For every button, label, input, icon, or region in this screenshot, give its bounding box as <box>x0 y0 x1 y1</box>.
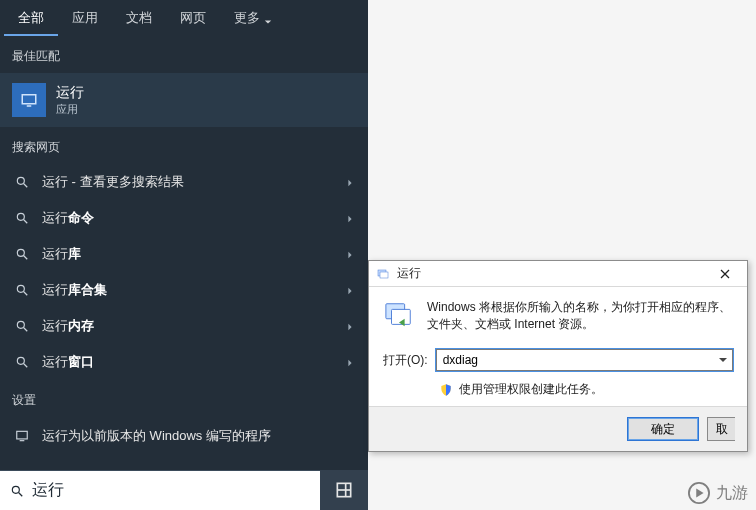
chevron-right-icon <box>346 281 356 299</box>
svg-rect-0 <box>22 95 36 104</box>
svg-point-8 <box>17 285 24 292</box>
best-match-name: 运行 <box>56 84 84 102</box>
best-match-item[interactable]: 运行 应用 <box>0 73 368 127</box>
open-combobox[interactable] <box>436 349 733 371</box>
svg-rect-14 <box>17 431 28 439</box>
chevron-down-icon[interactable] <box>717 354 729 366</box>
watermark-logo-icon <box>688 482 710 504</box>
ime-button[interactable] <box>320 470 368 510</box>
filter-tabs: 全部 应用 文档 网页 更多 <box>0 0 368 36</box>
svg-line-13 <box>24 364 28 368</box>
chevron-right-icon <box>346 245 356 263</box>
ok-button[interactable]: 确定 <box>627 417 699 441</box>
search-icon <box>12 175 32 189</box>
web-result-item[interactable]: 运行 - 查看更多搜索结果 <box>0 164 368 200</box>
search-icon <box>10 484 24 498</box>
dialog-title: 运行 <box>397 265 705 282</box>
chevron-right-icon <box>346 353 356 371</box>
troubleshoot-icon <box>12 429 32 443</box>
web-result-item[interactable]: 运行命令 <box>0 200 368 236</box>
svg-rect-22 <box>380 272 388 278</box>
svg-point-2 <box>17 177 24 184</box>
close-button[interactable] <box>705 261 745 287</box>
open-input[interactable] <box>436 349 733 371</box>
search-icon <box>12 319 32 333</box>
tab-more[interactable]: 更多 <box>220 0 286 36</box>
tab-apps[interactable]: 应用 <box>58 0 112 36</box>
svg-point-10 <box>17 321 24 328</box>
settings-header: 设置 <box>0 380 368 417</box>
svg-line-7 <box>24 256 28 260</box>
best-match-header: 最佳匹配 <box>0 36 368 73</box>
web-result-item[interactable]: 运行库 <box>0 236 368 272</box>
admin-note: 使用管理权限创建此任务。 <box>459 381 603 398</box>
run-big-icon <box>383 299 415 331</box>
svg-rect-1 <box>27 105 32 107</box>
shield-icon <box>439 383 453 397</box>
web-results-list: 运行 - 查看更多搜索结果 运行命令 运行库 运行库合集 运行内存 运行窗口 <box>0 164 368 380</box>
chevron-down-icon <box>264 14 272 22</box>
search-icon <box>12 355 32 369</box>
tab-more-label: 更多 <box>234 9 260 27</box>
search-input[interactable] <box>32 482 310 500</box>
run-dialog: 运行 Windows 将根据你所输入的名称，为你打开相应的程序、文件夹、文档或 … <box>368 260 748 452</box>
svg-line-5 <box>24 220 28 224</box>
watermark: 九游 <box>688 482 748 504</box>
cancel-button-partial[interactable]: 取 <box>707 417 735 441</box>
search-icon <box>12 247 32 261</box>
settings-item[interactable]: 运行为以前版本的 Windows 编写的程序 <box>0 417 368 459</box>
chevron-right-icon <box>346 173 356 191</box>
svg-rect-15 <box>20 440 25 441</box>
watermark-text: 九游 <box>716 483 748 504</box>
chevron-right-icon <box>346 209 356 227</box>
chevron-right-icon <box>346 317 356 335</box>
svg-line-9 <box>24 292 28 296</box>
open-label: 打开(O): <box>383 352 428 369</box>
run-description: Windows 将根据你所输入的名称，为你打开相应的程序、文件夹、文档或 Int… <box>427 299 733 333</box>
dialog-buttons: 确定 取 <box>369 406 747 451</box>
svg-line-11 <box>24 328 28 332</box>
search-bar <box>0 470 368 510</box>
tab-documents[interactable]: 文档 <box>112 0 166 36</box>
svg-line-17 <box>19 492 23 496</box>
svg-point-12 <box>17 357 24 364</box>
start-search-panel: 全部 应用 文档 网页 更多 最佳匹配 运行 应用 搜索网页 运行 - 查看更多… <box>0 0 368 510</box>
run-app-icon <box>12 83 46 117</box>
svg-point-16 <box>12 486 19 493</box>
web-result-item[interactable]: 运行窗口 <box>0 344 368 380</box>
tab-web[interactable]: 网页 <box>166 0 220 36</box>
svg-line-3 <box>24 184 28 188</box>
settings-item-label: 运行为以前版本的 Windows 编写的程序 <box>42 427 356 445</box>
search-web-header: 搜索网页 <box>0 127 368 164</box>
search-icon <box>12 283 32 297</box>
web-result-item[interactable]: 运行库合集 <box>0 272 368 308</box>
svg-point-4 <box>17 213 24 220</box>
tab-all[interactable]: 全部 <box>4 0 58 36</box>
best-match-kind: 应用 <box>56 102 84 117</box>
web-result-item[interactable]: 运行内存 <box>0 308 368 344</box>
title-bar[interactable]: 运行 <box>369 261 747 287</box>
svg-point-6 <box>17 249 24 256</box>
run-icon <box>375 266 391 282</box>
search-icon <box>12 211 32 225</box>
